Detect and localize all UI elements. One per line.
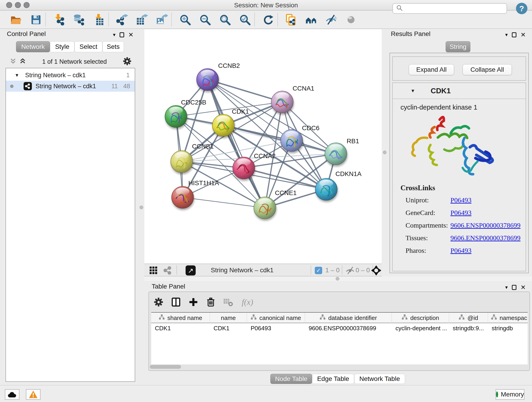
chevron-down-icon[interactable]: ▼ [411,88,415,94]
create-column-plus-icon[interactable] [187,296,199,308]
cell[interactable]: CDK1 [210,324,247,333]
column-header-database-identifier[interactable]: database identifier [305,313,392,323]
gene-section-header[interactable]: ▼ CDK1 [393,83,526,99]
node-CCNE1[interactable] [254,197,276,219]
zoom-selected-icon[interactable] [239,14,251,26]
zoom-fit-icon[interactable] [219,14,231,26]
show-all-icon[interactable] [345,14,357,26]
crosslink-link[interactable]: P06493 [450,247,472,254]
node-CDC6[interactable] [281,129,303,152]
tab-node-table[interactable]: Node Table [270,374,312,384]
edge-B2-E1[interactable] [208,80,265,208]
column-type-icon [491,314,497,322]
save-icon[interactable] [30,14,42,26]
import-database-icon[interactable] [73,14,85,26]
collapse-panel-icon[interactable]: ▾ [505,32,508,38]
export-network-icon[interactable] [116,14,128,26]
left-splitter-grip[interactable] [139,206,143,209]
import-network-icon[interactable] [53,14,65,26]
expand-up-icon[interactable] [19,57,26,66]
collapse-panel-icon[interactable]: ▾ [505,284,508,290]
cell[interactable]: cyclin-dependent ... [392,324,449,333]
tab-network-table[interactable]: Network Table [354,374,405,384]
tab-style[interactable]: Style [50,41,75,52]
close-panel-icon[interactable]: ✕ [520,31,526,38]
crosslink-link[interactable]: 9606.ENSP00000378699 [450,221,520,229]
cloud-status-button[interactable] [5,389,19,400]
open-in-window-icon[interactable]: ↗ [185,264,196,276]
network-collection-row[interactable]: ▼ String Network – cdk1 1 [6,70,135,81]
table-settings-gear-icon[interactable] [152,296,165,308]
cell[interactable]: stringdb:9... [449,324,488,333]
column-header-canonical-name[interactable]: canonical name [247,313,305,323]
zoom-in-icon[interactable] [179,14,191,26]
tab-select[interactable]: Select [75,41,102,52]
tab-edge-table[interactable]: Edge Table [312,374,354,384]
tab-sets[interactable]: Sets [102,41,124,52]
hide-selected-icon[interactable] [325,14,337,26]
show-columns-icon[interactable] [170,296,182,308]
right-splitter-grip[interactable] [383,151,386,154]
edge-B2-A1[interactable] [208,80,282,102]
gear-icon[interactable] [123,57,132,66]
float-panel-icon[interactable] [120,32,124,37]
delete-columns-trash-icon[interactable] [205,296,217,308]
float-panel-icon[interactable] [512,285,516,290]
edge-H1-E1[interactable] [183,197,265,208]
clone-network-icon[interactable] [285,14,297,26]
cell[interactable]: P06493 [247,324,305,333]
export-image-icon[interactable] [156,14,168,26]
horizontal-scrollbar-thumb[interactable] [150,365,181,369]
float-panel-icon[interactable] [512,32,516,37]
table-header-row: shared namenamecanonical namedatabase id… [151,313,528,323]
splitter-grip[interactable] [336,277,339,281]
help-button[interactable]: ? [516,3,527,14]
crosslink-link[interactable]: P06493 [450,209,472,217]
warning-status-button[interactable] [26,389,41,400]
node-CDKN1A[interactable] [315,178,337,200]
collapse-panel-icon[interactable]: ▾ [113,32,115,38]
crosslink-link[interactable]: P06493 [450,196,472,204]
fit-selected-crosshair-icon[interactable] [370,264,382,276]
node-CCNB1[interactable] [171,151,193,172]
tab-network[interactable]: Network [16,41,50,52]
birdseye-grid-icon[interactable] [147,264,159,276]
node-CCNA1[interactable] [271,91,293,113]
node-CCNA2[interactable] [233,157,255,179]
crosslink-label: Compartments: [405,221,448,229]
column-header-name[interactable]: name [210,313,247,323]
close-panel-icon[interactable]: ✕ [128,31,133,38]
network-row-selected[interactable]: String Network – cdk1 11 48 [6,81,135,92]
selected-checkbox-icon[interactable]: ✓ [315,267,322,274]
expand-all-button[interactable]: Expand All [409,64,454,75]
node-RB1[interactable] [325,143,347,165]
node-HIST1H1A[interactable] [172,186,194,208]
node-CDC25B[interactable] [165,105,187,128]
chevron-down-icon[interactable]: ▼ [15,73,19,78]
node-CDK1[interactable] [212,114,234,136]
zoom-out-icon[interactable] [199,14,211,26]
column-header-namespac[interactable]: namespac [488,313,528,323]
refresh-icon[interactable] [262,14,274,26]
column-header-description[interactable]: description [392,313,449,323]
column-header--id[interactable]: @id [449,313,488,323]
cell[interactable]: stringdb [488,324,528,333]
search-box[interactable] [393,3,507,14]
tab-string[interactable]: String [446,41,470,52]
close-panel-icon[interactable]: ✕ [520,284,526,291]
first-neighbors-icon[interactable] [305,14,317,26]
export-table-icon[interactable] [136,14,148,26]
crosslink-link[interactable]: 9606.ENSP00000378699 [450,234,520,242]
cell[interactable]: 9606.ENSP00000378699 [305,324,392,333]
collapse-all-icon[interactable] [10,57,17,66]
cell[interactable]: CDK1 [151,324,210,333]
memory-button[interactable]: Memory [496,389,525,400]
import-table-icon[interactable] [93,14,105,26]
collapse-all-button[interactable]: Collapse All [462,64,512,75]
share-network-icon[interactable] [162,264,174,276]
network-canvas[interactable]: CCNB2CCNA1CDC25BCDK1CDC6RB1CCNB1CCNA2CDK… [144,29,382,264]
search-input[interactable] [405,5,507,12]
open-icon[interactable] [10,14,22,26]
column-header-shared-name[interactable]: shared name [151,313,210,323]
node-CCNB2[interactable] [196,69,219,90]
